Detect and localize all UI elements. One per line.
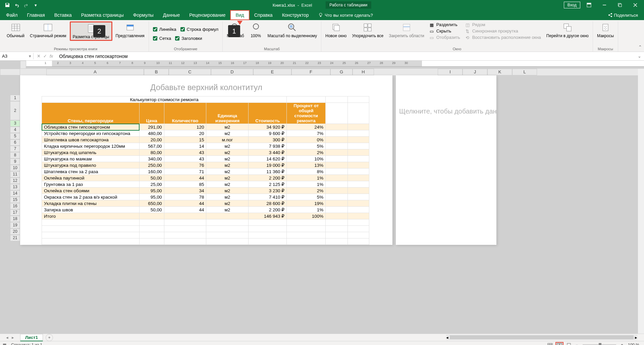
vertical-scrollbar[interactable] — [638, 69, 644, 334]
table-cell[interactable]: 3 440 ₽ — [249, 149, 287, 156]
table-cell[interactable]: 25,00 — [139, 181, 164, 188]
row-header-2[interactable]: 2 — [10, 101, 20, 120]
table-cell[interactable]: Штукатурка под шпатель — [42, 149, 140, 156]
col-header-D[interactable]: D — [211, 69, 253, 75]
tab-insert[interactable]: Вставка — [50, 10, 76, 20]
table-cell[interactable]: Грунтовка за 1 раз — [42, 181, 140, 188]
sheet-nav-next-icon[interactable]: ▸ — [12, 335, 14, 340]
table-cell[interactable]: м2 — [206, 188, 249, 194]
btn-zoom-selection[interactable]: Масштаб по выделенному — [266, 21, 319, 39]
close-icon[interactable] — [629, 0, 642, 10]
table-cell[interactable]: м2 — [206, 143, 249, 149]
table-header[interactable]: Количество — [164, 103, 206, 124]
table-cell[interactable]: 2 125 ₽ — [249, 181, 287, 188]
collapse-ribbon-icon[interactable]: ⌃ — [638, 45, 642, 50]
view-page-break-btn[interactable] — [565, 342, 573, 345]
table-cell[interactable]: 480,00 — [139, 130, 164, 137]
row-header-1[interactable]: 1 — [10, 95, 20, 101]
table-cell[interactable]: м2 — [206, 168, 249, 175]
tab-data[interactable]: Данные — [158, 10, 185, 20]
table-header[interactable]: Единица измерения — [206, 103, 249, 124]
table-cell[interactable]: 44 — [164, 175, 206, 181]
row-header-3[interactable]: 3 — [10, 120, 20, 127]
table-cell[interactable]: 14 — [164, 143, 206, 149]
row-header-10[interactable]: 10 — [10, 165, 20, 171]
row-header-12[interactable]: 12 — [10, 178, 20, 184]
table-cell[interactable]: 13% — [287, 162, 326, 168]
table-cell[interactable]: 34 920 ₽ — [249, 124, 287, 130]
table-cell[interactable]: 5% — [287, 194, 326, 200]
table-cell[interactable]: 44 — [164, 207, 206, 213]
table-header[interactable]: Цена — [139, 103, 164, 124]
col-header-F[interactable]: F — [291, 69, 330, 75]
table-cell[interactable]: м2 — [206, 200, 249, 207]
ribbon-display-icon[interactable] — [582, 0, 596, 10]
chk-ruler[interactable]: Линейка — [151, 25, 178, 33]
col-header-I[interactable]: I — [438, 69, 463, 75]
table-cell[interactable]: 1% — [287, 181, 326, 188]
save-icon[interactable] — [4, 2, 11, 8]
add-sheet-button[interactable]: + — [46, 334, 53, 341]
tab-design[interactable]: Конструктор — [277, 10, 314, 20]
table-cell[interactable]: 291,00 — [139, 124, 164, 130]
horizontal-ruler[interactable]: 1234567891011121314151617181920212223242… — [26, 61, 644, 67]
tab-view[interactable]: Вид — [230, 10, 249, 20]
table-cell[interactable]: 5% — [287, 143, 326, 149]
btn-custom-views[interactable]: Представления — [114, 21, 147, 39]
row-header-5[interactable]: 5 — [10, 133, 20, 139]
qat-customize-icon[interactable]: ▾ — [32, 2, 39, 8]
table-cell[interactable]: 15 — [164, 137, 206, 143]
minimize-icon[interactable] — [598, 0, 611, 10]
table-cell[interactable]: 8% — [287, 168, 326, 175]
table-cell[interactable]: 50,00 — [139, 175, 164, 181]
total-cell[interactable] — [164, 213, 206, 219]
total-cell[interactable]: 100% — [287, 213, 326, 219]
sheet-tab-1[interactable]: Лист1 — [20, 334, 43, 341]
btn-page-break[interactable]: Страничный режим — [28, 21, 68, 39]
tab-review[interactable]: Рецензирование — [184, 10, 230, 20]
table-cell[interactable]: 7 938 ₽ — [249, 143, 287, 149]
table-cell[interactable]: Укладка плитки на стены — [42, 200, 140, 207]
chk-gridlines[interactable]: Сетка — [151, 34, 173, 42]
table-cell[interactable]: 250,00 — [139, 162, 164, 168]
row-header-16[interactable]: 16 — [10, 203, 20, 209]
scroll-right-icon[interactable]: ▸ — [635, 335, 637, 340]
scroll-left-icon[interactable]: ◂ — [446, 335, 448, 340]
table-cell[interactable]: Шпатлевка стен за 2 раза — [42, 168, 140, 175]
select-all-corner[interactable] — [20, 61, 26, 69]
table-cell[interactable]: Оклейка стен обоями — [42, 188, 140, 194]
table-cell[interactable]: 1% — [287, 207, 326, 213]
table-cell[interactable]: Штукатурка под правило — [42, 162, 140, 168]
table-cell[interactable]: 50,00 — [139, 207, 164, 213]
table-cell[interactable]: 19 000 ₽ — [249, 162, 287, 168]
zoom-slider-thumb[interactable] — [599, 343, 601, 345]
table-cell[interactable]: 14 620 ₽ — [249, 156, 287, 162]
table-cell[interactable]: 567,00 — [139, 143, 164, 149]
table-cell[interactable]: 10% — [287, 156, 326, 162]
btn-arrange-all[interactable]: Упорядочить все — [350, 21, 385, 39]
row-header-4[interactable]: 4 — [10, 127, 20, 133]
btn-switch-windows[interactable]: Перейти в другое окно — [544, 21, 591, 39]
col-header-B[interactable]: B — [144, 69, 169, 75]
table-cell[interactable]: 71 — [164, 168, 206, 175]
table-cell[interactable]: 95,00 — [139, 194, 164, 200]
total-cell[interactable] — [139, 213, 164, 219]
table-cell[interactable]: 19% — [287, 200, 326, 207]
table-cell[interactable]: м2 — [206, 181, 249, 188]
table-cell[interactable]: 7 410 ₽ — [249, 194, 287, 200]
tab-file[interactable]: Файл — [1, 10, 22, 20]
horizontal-scrollbar[interactable]: ◂ ▸ — [446, 335, 637, 340]
total-cell[interactable]: 146 943 ₽ — [249, 213, 287, 219]
table-cell[interactable]: 7% — [287, 130, 326, 137]
table-cell[interactable]: м2 — [206, 207, 249, 213]
row-header-11[interactable]: 11 — [10, 171, 20, 178]
row-header-13[interactable]: 13 — [10, 184, 20, 190]
btn-100[interactable]: 100% — [248, 21, 264, 39]
table-cell[interactable]: 300 ₽ — [249, 137, 287, 143]
table-cell[interactable]: 28 600 ₽ — [249, 200, 287, 207]
tab-formulas[interactable]: Формулы — [128, 10, 158, 20]
cancel-formula-icon[interactable]: ✕ — [37, 54, 41, 59]
table-cell[interactable]: м2 — [206, 130, 249, 137]
row-header-7[interactable]: 7 — [10, 146, 20, 152]
row-header-21[interactable]: 21 — [10, 235, 20, 241]
